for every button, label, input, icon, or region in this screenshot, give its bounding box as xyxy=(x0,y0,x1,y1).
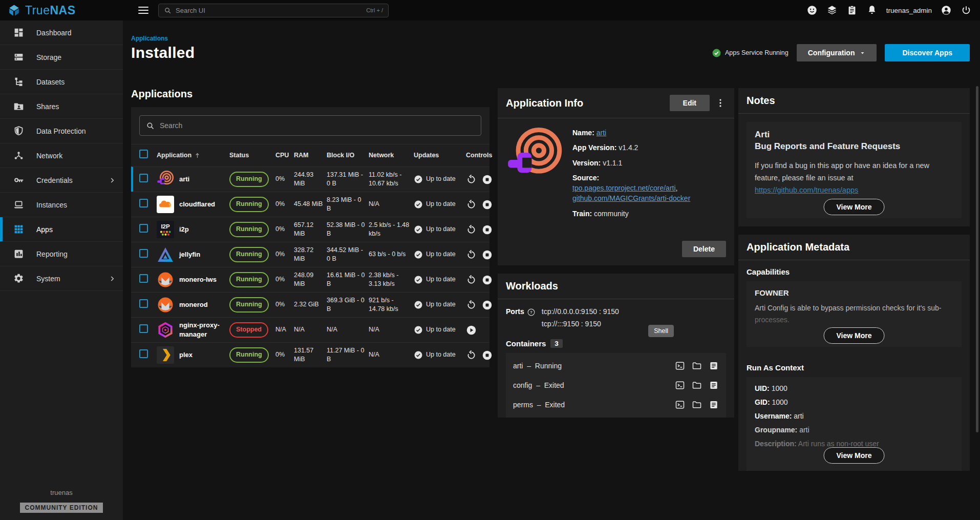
configuration-button[interactable]: Configuration xyxy=(797,44,877,61)
select-all-checkbox[interactable] xyxy=(139,150,148,158)
menu-toggle-icon[interactable] xyxy=(138,5,148,16)
app-name-link[interactable]: arti xyxy=(596,129,606,137)
column-header-network[interactable]: Network xyxy=(369,151,414,160)
restart-button[interactable] xyxy=(466,275,477,285)
network-icon xyxy=(13,150,24,161)
truenas-logo[interactable]: TrueNAS xyxy=(0,4,123,17)
row-checkbox[interactable] xyxy=(139,224,148,233)
container-logs-button[interactable] xyxy=(709,361,719,371)
sidebar-item-data-protection[interactable]: Data Protection xyxy=(0,119,123,143)
restart-button[interactable] xyxy=(466,249,477,260)
cell-controls xyxy=(466,249,496,260)
sidebar-item-credentials[interactable]: Credentials xyxy=(0,168,123,193)
container-logs-button[interactable] xyxy=(709,380,719,390)
stop-button[interactable] xyxy=(482,224,493,235)
cell-controls xyxy=(466,325,489,336)
row-checkbox[interactable] xyxy=(139,274,148,283)
container-logs-button[interactable] xyxy=(709,400,719,410)
cell-block-io: 8.23 MiB - 0 B xyxy=(327,196,369,214)
edit-button[interactable]: Edit xyxy=(670,95,710,111)
sidebar-item-system[interactable]: System xyxy=(0,266,123,291)
up-to-date-check-icon xyxy=(414,350,423,360)
table-row-jellyfin[interactable]: jellyfin Running 0% 328.72 MiB 344.52 Mi… xyxy=(131,242,489,267)
column-header-status[interactable]: Status xyxy=(229,151,275,160)
row-checkbox[interactable] xyxy=(139,199,148,207)
column-header-ram[interactable]: RAM xyxy=(294,151,327,160)
container-browse-button[interactable] xyxy=(692,400,702,410)
restart-button[interactable] xyxy=(466,300,477,310)
restart-button[interactable] xyxy=(466,199,477,210)
sidebar-item-datasets[interactable]: Datasets xyxy=(0,70,123,94)
cell-cpu: 0% xyxy=(275,200,294,209)
stop-button[interactable] xyxy=(482,174,493,185)
row-checkbox[interactable] xyxy=(139,324,148,333)
container-shell-button[interactable] xyxy=(675,361,685,371)
table-row-i2p[interactable]: I2P i2p Running 0% 657.12 MiB 52.38 MiB … xyxy=(131,217,489,242)
column-header-application[interactable]: Application xyxy=(157,151,229,160)
sidebar-item-instances[interactable]: Instances xyxy=(0,193,123,217)
alerts-bell-icon[interactable] xyxy=(866,5,878,16)
vertical-scrollbar[interactable] xyxy=(976,86,978,432)
restart-button[interactable] xyxy=(466,224,477,235)
brand-text: TrueNAS xyxy=(25,4,76,17)
app-name: arti xyxy=(179,175,189,184)
sidebar-item-apps[interactable]: Apps xyxy=(0,217,123,242)
row-checkbox[interactable] xyxy=(139,249,148,258)
app-name: jellyfin xyxy=(179,250,200,259)
capabilities-view-more-button[interactable]: View More xyxy=(824,327,885,344)
run-as-view-more-button[interactable]: View More xyxy=(824,447,885,464)
stacks-layers-icon[interactable] xyxy=(826,5,838,16)
delete-button[interactable]: Delete xyxy=(682,241,726,257)
sidebar-item-storage[interactable]: Storage xyxy=(0,45,123,70)
source-link[interactable]: tpo.pages.torproject.net/core/arti xyxy=(572,184,676,192)
stop-button[interactable] xyxy=(482,350,493,361)
container-browse-button[interactable] xyxy=(692,361,702,371)
container-browse-button[interactable] xyxy=(692,380,702,390)
column-header-block-i-o[interactable]: Block I/O xyxy=(327,151,369,160)
container-shell-button[interactable] xyxy=(675,400,685,410)
notes-view-more-button[interactable]: View More xyxy=(824,199,885,215)
global-search-input[interactable] xyxy=(176,7,362,14)
table-search-input[interactable] xyxy=(160,121,475,130)
jobs-clipboard-icon[interactable] xyxy=(846,5,858,16)
table-row-monerod[interactable]: monerod Running 0% 2.32 GiB 369.3 GiB - … xyxy=(131,292,489,317)
row-checkbox[interactable] xyxy=(139,174,148,182)
workloads-panel: Workloads Ports ? tcp://0.0.0.0:9150 : 9… xyxy=(498,274,734,418)
row-checkbox[interactable] xyxy=(139,299,148,308)
feedback-smiley-icon[interactable] xyxy=(806,5,818,16)
column-header-controls[interactable]: Controls xyxy=(466,151,495,160)
discover-apps-button[interactable]: Discover Apps xyxy=(885,44,970,61)
restart-button[interactable] xyxy=(466,174,477,185)
source-link[interactable]: github.com/MAGICGrants/arti-docker xyxy=(572,194,690,202)
column-header-cpu[interactable]: CPU xyxy=(275,151,294,160)
sidebar-item-label: Credentials xyxy=(36,176,73,184)
container-row-config: config – Exited xyxy=(513,376,719,395)
container-shell-button[interactable] xyxy=(675,380,685,390)
user-account-icon[interactable] xyxy=(941,5,952,16)
stop-button[interactable] xyxy=(482,199,493,210)
sidebar-item-shares[interactable]: Shares xyxy=(0,94,123,119)
start-button[interactable] xyxy=(466,325,477,336)
cell-network: 2.38 kb/s - 3.13 kb/s xyxy=(369,271,414,289)
status-badge: Running xyxy=(229,222,269,237)
issues-link[interactable]: https://github.com/truenas/apps xyxy=(755,186,858,194)
restart-button[interactable] xyxy=(466,350,477,361)
table-row-monero-lws[interactable]: monero-lws Running 0% 248.09 MiB 16.61 M… xyxy=(131,267,489,292)
cell-block-io: 137.31 MiB - 0 B xyxy=(327,171,369,189)
power-icon[interactable] xyxy=(961,5,972,16)
stop-button[interactable] xyxy=(482,300,493,310)
table-row-plex[interactable]: plex Running 0% 131.57 MiB 11.27 MiB - 0… xyxy=(131,342,489,367)
sidebar-item-dashboard[interactable]: Dashboard xyxy=(0,20,123,45)
table-row-cloudflared[interactable]: cloudflared Running 0% 45.48 MiB 8.23 Mi… xyxy=(131,192,489,217)
breadcrumb[interactable]: Applications xyxy=(131,35,976,42)
column-header-updates[interactable]: Updates xyxy=(414,151,466,160)
sidebar-item-network[interactable]: Network xyxy=(0,143,123,168)
stop-button[interactable] xyxy=(482,249,493,260)
stop-button[interactable] xyxy=(482,275,493,285)
table-row-nginx-proxy-manager[interactable]: nginx-proxy-manager Stopped N/A N/A N/A … xyxy=(131,317,489,342)
sidebar-item-reporting[interactable]: Reporting xyxy=(0,242,123,266)
table-row-arti[interactable]: arti Running 0% 244.93 MiB 137.31 MiB - … xyxy=(131,167,489,192)
kebab-menu-icon[interactable] xyxy=(715,97,726,109)
row-checkbox[interactable] xyxy=(139,349,148,358)
help-icon[interactable]: ? xyxy=(527,308,536,317)
